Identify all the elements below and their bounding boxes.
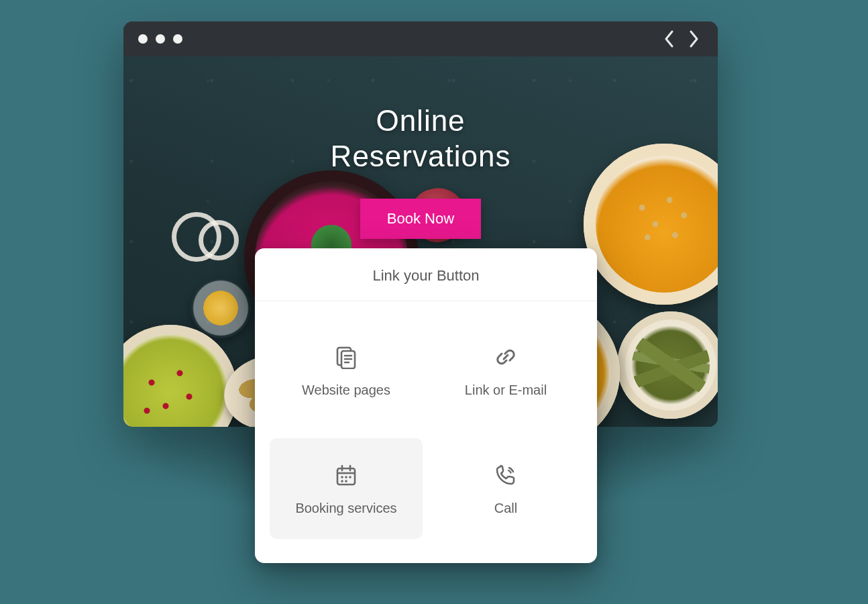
window-dot[interactable] bbox=[138, 34, 148, 44]
nav-forward-button[interactable] bbox=[684, 30, 703, 48]
nav-back-button[interactable] bbox=[660, 30, 679, 48]
svg-point-11 bbox=[349, 476, 351, 479]
option-website-pages[interactable]: Website pages bbox=[270, 320, 423, 421]
nav-arrows bbox=[660, 30, 703, 48]
cta-label: Book Now bbox=[387, 210, 454, 228]
hero-title-line2: Reservations bbox=[331, 140, 511, 172]
window-dot[interactable] bbox=[156, 34, 165, 44]
chevron-right-icon bbox=[688, 30, 700, 48]
phone-icon bbox=[492, 462, 519, 489]
hero-title-block: Online Reservations Book Now bbox=[123, 56, 718, 239]
link-button-panel: Link your Button Website pages bbox=[255, 248, 597, 563]
panel-title: Link your Button bbox=[255, 248, 597, 301]
link-icon bbox=[492, 344, 519, 370]
option-label: Booking services bbox=[295, 501, 396, 516]
hero-title-line1: Online bbox=[376, 104, 465, 137]
hero-decor-bowl bbox=[617, 311, 718, 419]
option-link-email[interactable]: Link or E-mail bbox=[429, 320, 582, 421]
pages-icon bbox=[333, 344, 360, 370]
chevron-left-icon bbox=[663, 30, 675, 48]
svg-point-12 bbox=[341, 480, 343, 483]
svg-point-9 bbox=[341, 476, 343, 479]
option-booking-services[interactable]: Booking services bbox=[270, 438, 423, 539]
window-controls bbox=[138, 34, 182, 44]
option-label: Link or E-mail bbox=[465, 383, 547, 398]
hero-title: Online Reservations bbox=[123, 103, 718, 174]
book-now-button[interactable]: Book Now bbox=[360, 199, 481, 239]
panel-options-grid: Website pages Link or E-mail bbox=[255, 301, 597, 563]
svg-point-13 bbox=[345, 480, 347, 483]
browser-title-bar bbox=[123, 21, 718, 56]
option-label: Website pages bbox=[302, 383, 390, 398]
calendar-icon bbox=[333, 462, 360, 489]
option-call[interactable]: Call bbox=[429, 438, 582, 539]
option-label: Call bbox=[494, 501, 517, 516]
window-dot[interactable] bbox=[173, 34, 182, 44]
svg-point-10 bbox=[345, 476, 347, 479]
hero-decor-oil bbox=[191, 278, 251, 338]
